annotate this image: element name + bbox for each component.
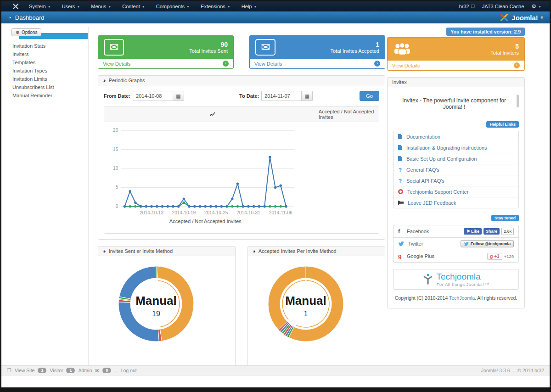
message-count-badge: 0 xyxy=(102,368,111,373)
logout-link[interactable]: Log out xyxy=(121,368,137,373)
pie-chart-icon: ◕ xyxy=(103,248,106,254)
help-link[interactable]: Leave JED Feedback xyxy=(393,197,519,208)
help-link[interactable]: ? Social API FAQ's xyxy=(393,175,519,186)
sidebar-item[interactable]: Inviters xyxy=(5,50,88,58)
to-date-input[interactable] xyxy=(261,91,302,101)
techjoomla-figure-icon xyxy=(423,274,433,286)
doc-icon xyxy=(398,145,402,150)
facebook-share-button[interactable]: Share xyxy=(484,228,500,235)
logout-icon: – xyxy=(114,368,117,373)
chevron-down-icon: ▼ xyxy=(227,5,231,8)
chevron-down-icon: ▼ xyxy=(253,5,257,8)
calendar-icon[interactable]: ▦ xyxy=(173,91,184,101)
invitex-intro-text: Invitex - The powerful invite component … xyxy=(393,93,519,117)
twitter-follow-button[interactable]: Follow @techjoomla xyxy=(461,240,514,247)
top-menu-item[interactable]: Extensions▼ xyxy=(195,4,236,9)
sidebar-item[interactable]: Unsubscribers List xyxy=(5,83,88,91)
page-header-bar: ◔ Dashboard Joomla!® xyxy=(1,11,550,23)
help-link[interactable]: Installation & Upgrading instructions xyxy=(393,142,519,153)
user-site-link[interactable]: br32❐ xyxy=(459,4,475,9)
from-date-input[interactable] xyxy=(133,91,173,101)
view-details-link[interactable]: View Details › xyxy=(250,59,385,68)
chevron-down-icon: ▼ xyxy=(142,5,145,8)
scrollbar-thumb[interactable] xyxy=(517,95,519,107)
calendar-icon[interactable]: ▦ xyxy=(302,91,313,101)
svg-text:5: 5 xyxy=(116,185,118,190)
copyright-text: Copyright (C) 2010-2014 TechJoomla. All … xyxy=(393,295,519,302)
techjoomla-name: Techjoomla xyxy=(437,272,489,282)
view-details-link[interactable]: View Details › xyxy=(388,61,524,70)
help-link[interactable]: Documentation xyxy=(393,131,519,142)
sidebar-item[interactable]: Templates xyxy=(5,58,88,67)
sidebar: ⚙ Options Invitation Stats Inviters Temp… xyxy=(5,27,89,373)
from-date-label: From Date: xyxy=(104,93,130,99)
facebook-like-count: 2.6k xyxy=(501,228,514,235)
help-link[interactable]: ? General FAQ's xyxy=(393,164,519,175)
date-filter-form: From Date: ▦ To Date: ▦ Go xyxy=(98,85,385,102)
svg-text:Manual: Manual xyxy=(285,294,326,308)
arrow-circle-icon: › xyxy=(514,62,520,68)
facebook-like-button[interactable]: ⚑ Like xyxy=(464,228,482,235)
gear-icon: ⚙ xyxy=(16,30,20,35)
sidebar-item[interactable]: Invitation Limits xyxy=(5,75,88,83)
top-menu-item[interactable]: Users▼ xyxy=(56,4,86,9)
to-date-label: To Date: xyxy=(239,93,259,99)
svg-text:10: 10 xyxy=(113,166,118,171)
external-link-icon: ❐ xyxy=(471,4,475,9)
facebook-icon: f xyxy=(398,228,403,235)
support-icon xyxy=(398,189,403,194)
svg-text:2014-10-31: 2014-10-31 xyxy=(236,210,260,215)
go-button[interactable]: Go xyxy=(360,91,379,101)
techjoomla-link[interactable]: TechJoomla xyxy=(449,295,475,301)
right-column: You have installed version: 2.9 5 Total … xyxy=(387,27,525,373)
twitter-row: Twitter Follow @techjoomla xyxy=(393,237,519,250)
question-icon: ? xyxy=(398,178,402,184)
sidebar-item[interactable]: Invitation Types xyxy=(5,67,88,75)
joomla-menu-icon xyxy=(12,3,19,10)
google-plus-one-button[interactable]: g +1 xyxy=(487,253,502,260)
stat-value: 90 xyxy=(189,41,228,48)
sidebar-item[interactable]: Invitation Stats xyxy=(5,42,88,50)
svg-text:2014-10-19: 2014-10-19 xyxy=(172,210,196,215)
page-title: Dashboard xyxy=(15,14,45,21)
google-plus-icon: g xyxy=(398,253,403,259)
top-bar-right: br32❐ JAT3 Clean Cache ⚙▼ xyxy=(459,3,545,10)
view-details-link[interactable]: View Details › xyxy=(98,59,233,68)
svg-text:Accepted / Not Accepted Invite: Accepted / Not Accepted Invites xyxy=(169,218,242,224)
google-plus-count: +129 xyxy=(504,254,514,259)
dashboard-icon: ◔ xyxy=(8,14,11,21)
top-menu-item[interactable]: Content▼ xyxy=(117,4,150,9)
top-menu-item[interactable]: System▼ xyxy=(23,4,56,9)
view-site-link[interactable]: View Site xyxy=(15,368,35,373)
chevron-down-icon: ▼ xyxy=(108,5,111,8)
version-badge: You have installed version: 2.9 xyxy=(446,28,525,36)
top-menu-bar: System▼ Users▼ Menus▼ Content▼ Component… xyxy=(1,1,550,11)
accepted-invites-donut-chart: Manual1 xyxy=(265,263,346,344)
svg-text:2014-10-13: 2014-10-13 xyxy=(140,210,163,215)
help-links-list: Documentation Installation & Upgrading i… xyxy=(393,131,519,208)
stay-tuned-badge: Stay tuned xyxy=(491,215,519,221)
line-chart-panel: Accepted / Not Accepted Invites 05101520… xyxy=(104,106,379,234)
settings-menu[interactable]: ⚙▼ xyxy=(531,3,541,10)
top-menu-item[interactable]: Components▼ xyxy=(151,4,195,9)
main-column: ✉ 90 Total Invites Sent View Details › ✉ xyxy=(89,27,385,373)
sidebar-item[interactable]: Manual Reminder xyxy=(5,91,88,100)
chevron-down-icon: ▼ xyxy=(77,5,80,8)
panel-header: ◕ Invites Sent er Invite Method xyxy=(98,246,235,256)
help-link[interactable]: Basic Set Up and Configuration xyxy=(393,153,519,164)
svg-text:2014-10-25: 2014-10-25 xyxy=(204,210,228,215)
svg-text:2014-11-06: 2014-11-06 xyxy=(269,210,292,215)
stat-card-total-inviters: 5 Total Inviters View Details › xyxy=(387,37,525,71)
clean-cache-link[interactable]: JAT3 Clean Cache xyxy=(482,4,524,9)
line-chart: 051015202014-10-132014-10-192014-10-2520… xyxy=(104,122,379,233)
help-link[interactable]: Techjoomla Support Center xyxy=(393,186,519,197)
question-icon: ? xyxy=(398,167,402,173)
top-menu-item[interactable]: Menus▼ xyxy=(85,4,117,9)
line-chart-icon xyxy=(109,112,316,117)
stat-card-invites-sent: ✉ 90 Total Invites Sent View Details › xyxy=(98,35,234,69)
panel-header: ◕ Periodic Graphs xyxy=(98,76,385,85)
pie-chart-icon: ◕ xyxy=(253,248,256,254)
options-button[interactable]: ⚙ Options xyxy=(11,28,41,36)
top-menu-item[interactable]: Help▼ xyxy=(236,4,263,9)
chevron-down-icon: ▼ xyxy=(538,5,541,8)
